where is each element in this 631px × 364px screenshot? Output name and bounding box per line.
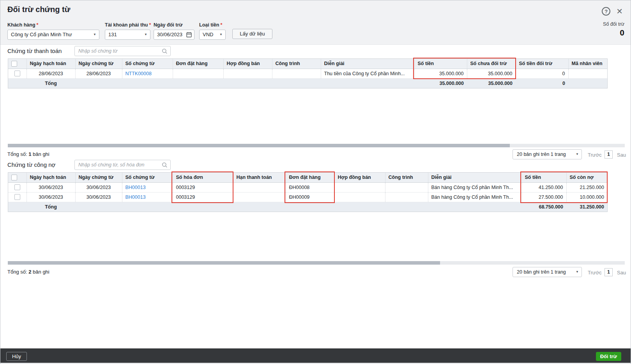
cancel-button[interactable]: Hủy (6, 352, 27, 361)
table-row: 30/06/2023 30/06/2023 BH00013 0003129 ĐH… (8, 182, 607, 192)
search-icon (162, 162, 168, 169)
row-checkbox[interactable] (14, 71, 20, 76)
offset-submit-button[interactable]: Đối trừ (596, 352, 621, 361)
payment-prev-button[interactable]: Trước (588, 152, 602, 158)
help-icon[interactable]: ? (602, 7, 610, 16)
cell-so-hoa-don: 0003129 (173, 182, 233, 192)
select-all-checkbox[interactable] (11, 175, 17, 180)
payment-record-count: Tổng số: 1 bản ghi (7, 151, 49, 157)
receivable-account-label: Tài khoản phải thu (105, 22, 148, 28)
offset-date-label: Ngày đối trừ (154, 22, 194, 28)
debt-section-title: Chứng từ công nợ (7, 161, 55, 168)
column-header: Hạn thanh toán (233, 173, 286, 182)
receivable-account-select[interactable]: 131 ▼ (105, 30, 150, 40)
chevron-down-icon: ▼ (93, 30, 96, 39)
required-marker: * (37, 22, 39, 28)
column-header: Ngày hạch toán (27, 59, 75, 69)
cell-so-tien: 27.500.000 (521, 192, 566, 202)
calendar-icon[interactable] (186, 32, 192, 40)
close-icon[interactable]: ✕ (616, 7, 623, 16)
column-header: Công trình (272, 59, 321, 69)
cell-hop-dong-ban (334, 182, 385, 192)
table-row: 30/06/2023 30/06/2023 BH00013 0003129 ĐH… (8, 192, 607, 202)
total-so-tien-doi-tru: 0 (516, 78, 568, 88)
document-number-link[interactable]: BH00013 (125, 185, 146, 190)
header-section: Đối trừ chứng từ ? ✕ Khách hàng* Công ty… (0, 0, 631, 45)
payment-next-button[interactable]: Sau (617, 152, 626, 158)
total-so-chua-doi-tru: 35.000.000 (467, 78, 516, 88)
offset-count-value: 0 (603, 28, 624, 37)
offset-date-field: Ngày đối trừ 30/06/2023 (154, 22, 194, 40)
customer-value: Công ty Cổ phần Minh Thư (11, 32, 72, 37)
cell-so-hoa-don: 0003129 (173, 192, 233, 202)
offset-date-input[interactable]: 30/06/2023 (154, 30, 194, 40)
payment-search-input[interactable] (75, 46, 170, 56)
cell-cong-trinh (272, 69, 321, 78)
debt-record-count: Tổng số: 2 bản ghi (7, 269, 49, 275)
cell-don-dat-hang: ĐH00009 (286, 192, 334, 202)
currency-label: Loại tiền (199, 22, 219, 28)
column-header: Số chưa đối trừ (467, 59, 516, 69)
document-number-link[interactable]: BH00013 (125, 194, 146, 200)
column-header: Công trình (385, 173, 428, 182)
table-row: 28/06/2023 28/06/2023 NTTK00008 Thu tiền… (8, 69, 607, 78)
row-checkbox[interactable] (14, 194, 20, 200)
column-header: Hợp đồng bán (334, 173, 385, 182)
required-marker: * (149, 22, 151, 28)
cell-dien-giai: Bán hàng Công ty Cổ phần Minh Th... (428, 192, 521, 202)
cell-ngay-hach-toan: 30/06/2023 (27, 192, 75, 202)
cell-dien-giai: Thu tiền của Công ty Cổ phần Minh... (321, 69, 414, 78)
chevron-down-icon: ▼ (576, 150, 579, 159)
payment-header-row: Ngày hạch toán Ngày chứng từ Số chứng từ… (8, 59, 607, 69)
cell-ma-nhan-vien (568, 69, 607, 78)
total-label: Tổng (27, 202, 75, 212)
column-header: Ngày hạch toán (27, 173, 75, 182)
total-so-tien: 68.750.000 (521, 202, 566, 212)
payment-search (74, 46, 171, 56)
cell-ngay-chung-tu: 28/06/2023 (75, 69, 122, 78)
debt-page-size-select[interactable]: 20 bản ghi trên 1 trang ▼ (513, 267, 582, 277)
debt-prev-button[interactable]: Trước (588, 270, 602, 276)
cell-ngay-chung-tu: 30/06/2023 (75, 192, 122, 202)
customer-label: Khách hàng (7, 22, 35, 28)
select-all-checkbox[interactable] (11, 61, 17, 67)
debt-horizontal-scrollbar[interactable] (8, 261, 625, 265)
payment-table: Ngày hạch toán Ngày chứng từ Số chứng từ… (8, 58, 608, 88)
column-header: Ngày chứng từ (75, 59, 122, 69)
debt-next-button[interactable]: Sau (617, 270, 626, 276)
payment-page-size-select[interactable]: 20 bản ghi trên 1 trang ▼ (513, 149, 582, 159)
debt-header-row: Ngày hạch toán Ngày chứng từ Số chứng từ… (8, 173, 607, 182)
debt-table: Ngày hạch toán Ngày chứng từ Số chứng từ… (8, 172, 608, 212)
cell-so-tien: 41.250.000 (521, 182, 566, 192)
debt-page-number[interactable]: 1 (604, 268, 613, 276)
row-checkbox[interactable] (14, 184, 20, 190)
column-header: Hợp đồng bán (223, 59, 272, 69)
cell-don-dat-hang (173, 69, 223, 78)
debt-total-row: Tổng 68.750.000 31.250.000 (8, 202, 607, 212)
scrollbar-thumb[interactable] (8, 261, 440, 265)
get-data-button[interactable]: Lấy dữ liệu (232, 29, 272, 39)
document-number-link[interactable]: NTTK00008 (125, 71, 152, 76)
payment-page-number[interactable]: 1 (604, 150, 613, 159)
currency-select[interactable]: VND ▼ (199, 30, 226, 40)
column-header: Số tiền đối trừ (516, 59, 568, 69)
required-marker: * (220, 22, 222, 28)
cell-hop-dong-ban (334, 192, 385, 202)
scrollbar-thumb[interactable] (8, 144, 510, 147)
search-icon (162, 48, 168, 55)
cell-so-chua-doi-tru: 35.000.000 (467, 69, 516, 78)
debt-search-input[interactable] (75, 160, 170, 170)
column-header: Ngày chứng từ (75, 173, 122, 182)
currency-field: Loại tiền* VND ▼ (199, 22, 226, 40)
cell-so-con-no: 10.000.000 (566, 192, 607, 202)
column-header: Số chứng từ (122, 173, 173, 182)
offset-date-value: 30/06/2023 (157, 32, 182, 37)
debt-search (74, 160, 171, 170)
customer-select[interactable]: Công ty Cổ phần Minh Thư ▼ (7, 30, 99, 40)
offset-count: Số đối trừ 0 (603, 21, 624, 37)
payment-horizontal-scrollbar[interactable] (8, 144, 625, 147)
column-header: Đơn đặt hàng (286, 173, 334, 182)
footer-action-bar: Hủy Đối trừ (0, 348, 631, 363)
total-so-con-no: 31.250.000 (566, 202, 607, 212)
payment-total-row: Tổng 35.000.000 35.000.000 0 (8, 78, 607, 88)
